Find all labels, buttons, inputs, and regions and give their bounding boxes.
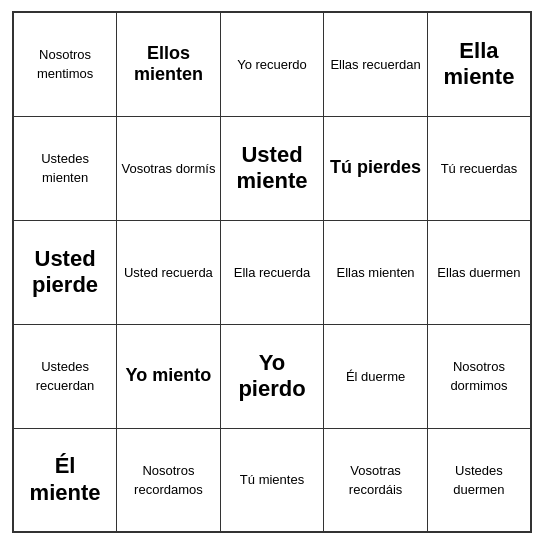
cell-3-0: Ustedes recuerdan (13, 324, 117, 428)
cell-4-4: Ustedes duermen (427, 428, 531, 532)
cell-text: Él duerme (346, 369, 405, 384)
cell-text: Usted recuerda (124, 265, 213, 280)
cell-text: Ustedes recuerdan (36, 359, 95, 393)
cell-text: Tú recuerdas (441, 161, 518, 176)
cell-0-3: Ellas recuerdan (324, 12, 428, 116)
cell-2-0: Usted pierde (13, 220, 117, 324)
cell-3-1: Yo miento (117, 324, 221, 428)
cell-text: Ustedes mienten (41, 151, 89, 185)
cell-4-0: Él miente (13, 428, 117, 532)
cell-0-0: Nosotros mentimos (13, 12, 117, 116)
cell-text: Ustedes duermen (453, 463, 504, 497)
bingo-board: Nosotros mentimosEllos mientenYo recuerd… (12, 11, 532, 533)
cell-text: Él miente (30, 453, 101, 504)
cell-3-4: Nosotros dormimos (427, 324, 531, 428)
cell-0-4: Ella miente (427, 12, 531, 116)
cell-text: Ella recuerda (234, 265, 311, 280)
cell-1-1: Vosotras dormís (117, 116, 221, 220)
cell-text: Yo pierdo (238, 350, 305, 401)
cell-text: Ellas mienten (337, 265, 415, 280)
cell-text: Tú pierdes (330, 157, 421, 177)
cell-text: Yo recuerdo (237, 57, 307, 72)
cell-1-3: Tú pierdes (324, 116, 428, 220)
cell-text: Tú mientes (240, 472, 304, 487)
cell-1-4: Tú recuerdas (427, 116, 531, 220)
cell-0-1: Ellos mienten (117, 12, 221, 116)
cell-2-2: Ella recuerda (220, 220, 324, 324)
cell-0-2: Yo recuerdo (220, 12, 324, 116)
cell-text: Ellas duermen (437, 265, 520, 280)
cell-2-3: Ellas mienten (324, 220, 428, 324)
cell-1-0: Ustedes mienten (13, 116, 117, 220)
cell-text: Nosotros mentimos (37, 47, 93, 81)
cell-4-2: Tú mientes (220, 428, 324, 532)
cell-text: Vosotras recordáis (349, 463, 402, 497)
cell-2-1: Usted recuerda (117, 220, 221, 324)
cell-4-1: Nosotros recordamos (117, 428, 221, 532)
cell-text: Nosotros recordamos (134, 463, 203, 497)
cell-text: Usted pierde (32, 246, 98, 297)
cell-1-2: Usted miente (220, 116, 324, 220)
cell-2-4: Ellas duermen (427, 220, 531, 324)
cell-3-3: Él duerme (324, 324, 428, 428)
cell-text: Ellos mienten (134, 43, 203, 85)
cell-text: Vosotras dormís (121, 161, 215, 176)
cell-text: Ella miente (443, 38, 514, 89)
cell-text: Yo miento (126, 365, 212, 385)
cell-text: Nosotros dormimos (450, 359, 507, 393)
cell-text: Ellas recuerdan (330, 57, 420, 72)
cell-3-2: Yo pierdo (220, 324, 324, 428)
cell-text: Usted miente (237, 142, 308, 193)
cell-4-3: Vosotras recordáis (324, 428, 428, 532)
